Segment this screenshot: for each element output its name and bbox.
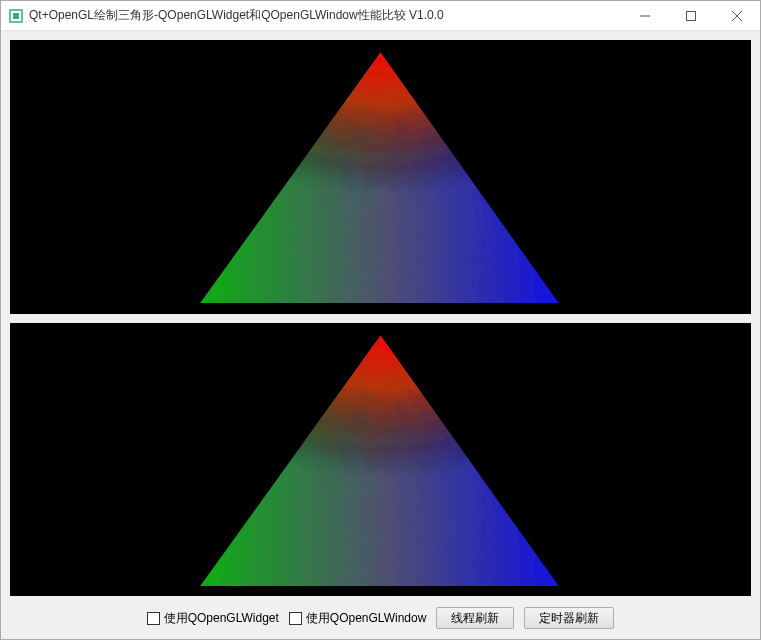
opengl-canvas-bottom — [10, 323, 751, 597]
window-controls — [622, 1, 760, 31]
client-area: 使用QOpenGLWidget 使用QOpenGLWindow 线程刷新 定时器… — [1, 31, 760, 640]
app-icon — [9, 9, 23, 23]
canvas-area — [10, 40, 751, 596]
bottom-toolbar: 使用QOpenGLWidget 使用QOpenGLWindow 线程刷新 定时器… — [10, 604, 751, 632]
svg-rect-1 — [13, 13, 19, 19]
close-button[interactable] — [714, 1, 760, 31]
minimize-button[interactable] — [622, 1, 668, 31]
svg-rect-11 — [160, 323, 601, 597]
checkbox-box-icon — [147, 612, 160, 625]
svg-rect-3 — [687, 12, 696, 21]
checkbox-label: 使用QOpenGLWidget — [164, 610, 279, 627]
checkbox-use-qopenglwindow[interactable]: 使用QOpenGLWindow — [289, 610, 427, 627]
checkbox-box-icon — [289, 612, 302, 625]
checkbox-label: 使用QOpenGLWindow — [306, 610, 427, 627]
maximize-button[interactable] — [668, 1, 714, 31]
svg-rect-8 — [160, 40, 601, 314]
timer-refresh-button[interactable]: 定时器刷新 — [524, 607, 614, 629]
opengl-canvas-top — [10, 40, 751, 314]
checkbox-use-qopenglwidget[interactable]: 使用QOpenGLWidget — [147, 610, 279, 627]
title-bar: Qt+OpenGL绘制三角形-QOpenGLWidget和QOpenGLWind… — [1, 1, 760, 31]
thread-refresh-button[interactable]: 线程刷新 — [436, 607, 514, 629]
window-title: Qt+OpenGL绘制三角形-QOpenGLWidget和QOpenGLWind… — [29, 7, 444, 24]
